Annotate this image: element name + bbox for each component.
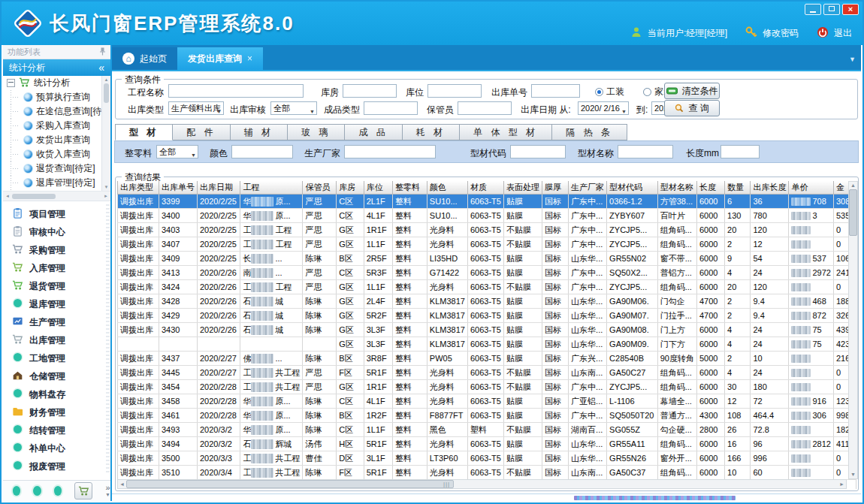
location-input[interactable] xyxy=(427,84,482,98)
tree-item-5[interactable]: 收货入库查询 xyxy=(3,147,110,161)
scroll-right-icon[interactable]: ► xyxy=(839,481,844,487)
length-input[interactable] xyxy=(721,145,760,158)
module-cart-button[interactable] xyxy=(74,482,92,499)
order-no-input[interactable] xyxy=(531,84,580,98)
tree-item-1[interactable]: 预算执行查询 xyxy=(3,90,110,104)
module-dot-icon[interactable] xyxy=(13,486,20,496)
column-header-15[interactable]: 型材名称 xyxy=(657,181,696,195)
sidebar-module-2[interactable]: 审核中心 xyxy=(3,223,110,241)
table-row[interactable]: 调拨出库34302020/2/26石城陈琳G区3L3F整料KLM38176063… xyxy=(118,323,856,337)
tab-close-icon[interactable]: × xyxy=(247,53,252,64)
out-audit-select[interactable]: 全部▼ xyxy=(270,101,317,115)
sidebar-module-14[interactable]: 补单中心 xyxy=(3,439,110,457)
table-row[interactable]: 调拨出库34582020/2/28华原...陈琳C区4L1F整料光身料6063-… xyxy=(118,394,856,409)
table-row[interactable]: 调拨出库33992020/2/25华原...严思C区2L1F整料SU10...6… xyxy=(118,195,856,209)
scroll-up-icon[interactable]: ▲ xyxy=(850,183,856,188)
grid-horizontal-scrollbar[interactable]: ◄ ||| ► xyxy=(117,479,847,489)
search-button[interactable]: 查 询 xyxy=(664,100,720,116)
scroll-thumb[interactable]: ||| xyxy=(126,480,454,488)
scroll-thumb[interactable] xyxy=(12,194,56,199)
table-row[interactable]: G区3L3F整料KLM38176063-T5贴膜国标山东华...GA90M09.… xyxy=(118,337,856,352)
sidebar-module-5[interactable]: 退货管理 xyxy=(3,277,110,295)
more-modules-button[interactable]: »▼ xyxy=(105,484,110,498)
tree-horizontal-scrollbar[interactable]: ◄ ► xyxy=(3,192,110,201)
radio-gongzhuang[interactable]: 工装 xyxy=(595,86,624,98)
collapse-icon[interactable]: « xyxy=(98,60,104,75)
module-dot-icon[interactable] xyxy=(54,486,62,496)
table-row[interactable]: 调拨出库34072020/2/25工工程严思G区1L1F整料光身料6063-T5… xyxy=(118,237,856,252)
column-header-13[interactable]: 生产厂家 xyxy=(569,181,607,195)
sidebar-module-6[interactable]: 退库管理 xyxy=(3,295,110,313)
change-password-link[interactable]: 修改密码 xyxy=(763,27,799,40)
table-row[interactable]: 调拨出库34132020/2/26南...严思C区5R3F整料G71422606… xyxy=(118,266,856,280)
column-header-9[interactable]: 颜色 xyxy=(427,181,467,195)
material-tab-2[interactable]: 配 件 xyxy=(173,124,230,140)
table-row[interactable]: 调拨出库35102020/3/4工共工程陈琳F区5R1F整料光身料6063-T5… xyxy=(118,466,856,480)
table-row[interactable]: 调拨出库34612020/2/28华原...陈琳B区1R2F整料F8877FT6… xyxy=(118,409,856,423)
module-dot-icon[interactable] xyxy=(33,486,41,496)
column-header-12[interactable]: 膜厚 xyxy=(542,181,568,195)
sidebar-group-header[interactable]: 统计分析 « xyxy=(3,59,110,76)
scroll-down-icon[interactable]: ▼ xyxy=(104,185,109,189)
column-header-8[interactable]: 整零料 xyxy=(393,181,427,195)
table-row[interactable]: 调拨出库34032020/2/25工工程严思G区1R1F整料光身料6063-T5… xyxy=(118,223,856,237)
column-header-4[interactable]: 工程 xyxy=(240,181,303,195)
scroll-left-icon[interactable]: ◄ xyxy=(5,194,10,198)
tab-start-page[interactable]: ⌂ 起始页 xyxy=(112,47,177,70)
module-scrollbar[interactable] xyxy=(106,204,110,472)
column-header-6[interactable]: 库房 xyxy=(337,181,364,195)
sidebar-module-3[interactable]: 采购管理 xyxy=(3,241,110,259)
sidebar-module-10[interactable]: 仓储管理 xyxy=(3,367,110,385)
scroll-right-icon[interactable]: ► xyxy=(104,194,108,198)
tree-item-2[interactable]: 在途信息查询[待 xyxy=(3,104,110,119)
column-header-17[interactable]: 数量 xyxy=(725,181,751,195)
column-header-16[interactable]: 长度 xyxy=(696,181,724,195)
tree-vertical-scrollbar[interactable]: ▲ ▼ xyxy=(101,76,110,191)
project-name-input[interactable] xyxy=(168,84,304,98)
table-row[interactable]: 调拨出库34292020/2/26石城陈琳G区5R2F整料KLM38176063… xyxy=(118,309,856,323)
sidebar-module-13[interactable]: 结转管理 xyxy=(3,421,110,439)
table-row[interactable]: 调拨出库34092020/2/25长...陈琳B区2R5F整料LI35HD606… xyxy=(118,252,856,266)
column-header-7[interactable]: 库位 xyxy=(364,181,392,195)
column-header-5[interactable]: 保管员 xyxy=(303,181,337,195)
table-row[interactable]: 调拨出库34942020/3/2石辉城汤伟H区5R1F整料光身料6063-T5贴… xyxy=(118,437,856,451)
profile-name-input[interactable] xyxy=(618,145,673,158)
maximize-button[interactable] xyxy=(823,4,840,15)
sidebar-module-7[interactable]: 生产管理 xyxy=(3,313,110,331)
sidebar-module-4[interactable]: 入库管理 xyxy=(3,259,110,277)
date-from-picker[interactable]: 2020/ 2/16▼ xyxy=(578,101,629,115)
warehouse-input[interactable] xyxy=(343,84,397,98)
keeper-input[interactable] xyxy=(458,101,512,115)
table-row[interactable]: 调拨出库34372020/2/27佛...陈琳B区3R8F整料PW056063-… xyxy=(118,352,856,366)
sidebar-module-1[interactable]: 项目管理 xyxy=(3,205,110,223)
material-tab-7[interactable]: 单 体 型 材 xyxy=(460,124,552,140)
logout-link[interactable]: 退出 xyxy=(834,27,852,40)
table-row[interactable]: 调拨出库34282020/2/26石城陈琳G区2L4F整料KLM38176063… xyxy=(118,294,856,309)
tab-shipment-outbound-query[interactable]: 发货出库查询 × xyxy=(177,47,263,70)
column-header-14[interactable]: 型材代码 xyxy=(607,181,658,195)
whole-part-select[interactable]: 全部▼ xyxy=(156,145,198,158)
sidebar-module-15[interactable]: 报废管理 xyxy=(3,457,110,475)
close-button[interactable]: × xyxy=(842,4,859,15)
column-header-2[interactable]: 出库单号 xyxy=(159,181,198,195)
column-header-3[interactable]: 出库日期 xyxy=(198,181,240,195)
tree-item-3[interactable]: 采购入库查询 xyxy=(3,119,110,133)
tree-item-6[interactable]: 退货查询[待定] xyxy=(3,161,110,176)
out-type-select[interactable]: 生产领料出库▼ xyxy=(168,101,224,115)
column-header-1[interactable]: 出库类型 xyxy=(118,181,159,195)
tree-root-statistics[interactable]: 统计分析 xyxy=(3,76,110,90)
scroll-up-icon[interactable]: ▲ xyxy=(104,77,109,82)
grid-vertical-scrollbar[interactable]: ▲ ▼ xyxy=(848,181,858,479)
table-row[interactable]: 调拨出库35002020/3/3工共工程曹佳D区3L1F整料LT3P606063… xyxy=(118,451,856,466)
sidebar-module-11[interactable]: 物料盘存 xyxy=(3,385,110,403)
product-type-input[interactable] xyxy=(364,101,418,115)
column-header-18[interactable]: 出库长度 xyxy=(751,181,789,195)
sidebar-module-9[interactable]: 工地管理 xyxy=(3,349,110,367)
color-input[interactable] xyxy=(231,145,293,158)
sidebar-module-8[interactable]: 出库管理 xyxy=(3,331,110,349)
scroll-thumb[interactable] xyxy=(104,83,109,103)
table-row[interactable]: 调拨出库34002020/2/25华原...严思C区4L1F整料SU10...6… xyxy=(118,209,856,223)
tree-expander-icon[interactable] xyxy=(7,79,15,87)
scroll-down-icon[interactable]: ▼ xyxy=(850,472,856,477)
material-tab-1[interactable]: 型 材 xyxy=(115,124,173,140)
